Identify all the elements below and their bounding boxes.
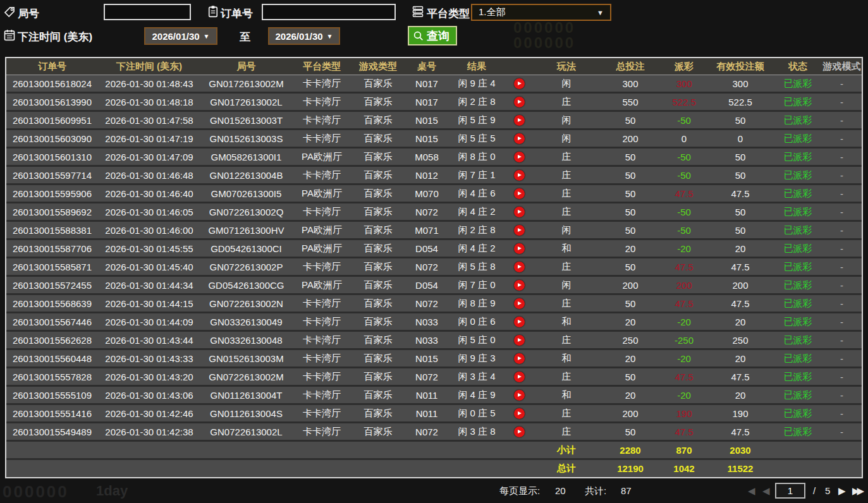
play-triangle-icon [518,155,522,159]
cell-result: 闲 4 庄 2 [449,203,504,220]
play-icon[interactable] [514,188,525,199]
play-icon[interactable] [514,427,525,437]
cell-table: D054 [405,240,449,257]
table-row: 2601300155551092026-01-30 01:43:06GN0112… [6,387,862,405]
cell-total: 20 [599,313,661,330]
cell-payout: 47.5 [661,295,707,312]
cell-result: 闲 5 庄 0 [449,332,504,348]
date-to-picker[interactable]: 2026/01/30 ▼ [268,27,340,45]
replay-cell [504,387,534,403]
play-icon[interactable] [514,298,525,309]
total-count-label: 共计: [585,478,606,503]
play-icon[interactable] [514,115,525,126]
cell-payout: 47.5 [661,185,707,202]
subtotal-value: 870 [661,442,707,458]
empty-cell [449,442,504,458]
order-id-input[interactable] [262,4,396,20]
cell-table: N015 [405,130,449,147]
cell-order: 260130015618024 [6,75,98,92]
cell-bet: 和 [534,350,599,367]
empty-cell [774,442,822,458]
replay-cell [504,203,534,220]
play-icon[interactable] [514,243,525,254]
play-icon[interactable] [514,207,525,217]
play-icon[interactable] [514,78,525,89]
cell-payout: -50 [661,203,707,220]
play-icon[interactable] [514,317,525,327]
play-icon[interactable] [514,97,525,107]
cell-result: 闲 5 庄 8 [449,258,504,275]
header-mode: 游戏模式 [822,58,862,75]
play-icon[interactable] [514,372,525,382]
cell-result: 闲 9 庄 3 [449,350,504,367]
header-payout: 派彩 [661,58,707,75]
search-button[interactable]: 查询 [408,26,457,45]
cell-payout: 47.5 [661,258,707,275]
cell-bet: 庄 [534,167,599,183]
cell-valid: 20 [707,313,774,330]
play-icon[interactable] [514,170,525,181]
cell-platform: 卡卡湾厅 [292,423,351,440]
cell-status: 已派彩 [774,75,822,92]
cell-order: 260130015572455 [6,277,98,293]
cell-game: 百家乐 [351,258,405,275]
cell-round: GN0722613002P [200,258,292,275]
replay-cell [504,222,534,238]
platform-select[interactable]: 1.全部 ▼ [471,4,611,21]
play-triangle-icon [518,228,522,232]
cell-game: 百家乐 [351,295,405,312]
play-icon[interactable] [514,390,525,401]
table-row: 2601300156030902026-01-30 01:47:19GN0152… [6,130,862,148]
next-page-button[interactable]: ▶ [838,478,846,503]
table-row: 2601300155626282026-01-30 01:43:44GN0332… [6,332,862,350]
date-from-picker[interactable]: 2026/01/30 ▼ [144,27,217,45]
cell-round: GN0122613004B [200,167,292,183]
empty-cell [351,460,405,477]
cell-mode: - [822,167,862,183]
cell-order: 260130015551416 [6,405,98,421]
play-icon[interactable] [514,408,525,419]
play-icon[interactable] [514,353,525,364]
cell-platform: 卡卡湾厅 [292,203,351,220]
play-icon[interactable] [514,335,525,346]
cell-order: 260130015613990 [6,94,98,110]
play-icon[interactable] [514,262,525,272]
play-icon[interactable] [514,133,525,144]
cell-payout: 200 [661,277,707,293]
cell-platform: 卡卡湾厅 [292,295,351,312]
cell-valid: 20 [707,350,774,367]
table-row: 2601300156099512026-01-30 01:47:58GN0152… [6,112,862,130]
cell-platform: 卡卡湾厅 [292,112,351,128]
cell-round: GN0112613004S [200,405,292,421]
empty-cell [200,442,292,458]
first-page-button[interactable]: ◀ [748,478,755,503]
replay-cell [504,405,534,421]
play-icon[interactable] [514,152,525,162]
play-icon[interactable] [514,280,525,291]
table-row: 2601300155514162026-01-30 01:42:46GN0112… [6,405,862,423]
prev-page-button[interactable]: ◀ [762,478,770,503]
empty-cell [98,460,200,477]
round-id-input[interactable] [104,4,191,20]
cell-result: 闲 7 庄 0 [449,277,504,293]
cell-game: 百家乐 [351,405,405,421]
chevron-down-icon: ▼ [597,9,604,16]
cell-time: 2026-01-30 01:48:43 [98,75,200,92]
page-total: 5 [825,478,830,503]
play-icon[interactable] [514,225,525,236]
empty-cell [822,442,862,458]
cell-status: 已派彩 [774,423,822,440]
grand-total-value: 11522 [707,460,774,477]
header-total: 总投注 [599,58,661,75]
chevron-down-icon: ▼ [204,33,210,40]
cell-bet: 和 [534,313,599,330]
cell-platform: 卡卡湾厅 [292,75,351,92]
cell-time: 2026-01-30 01:45:55 [98,240,200,257]
last-page-button[interactable]: ▶▶ [852,478,862,503]
header-bet: 玩法 [534,58,599,75]
cell-valid: 47.5 [707,368,774,385]
page-number-input[interactable]: 1 [775,483,805,499]
cell-result: 闲 2 庄 8 [449,222,504,238]
empty-cell [774,460,822,477]
cell-payout: 522.5 [661,94,707,110]
